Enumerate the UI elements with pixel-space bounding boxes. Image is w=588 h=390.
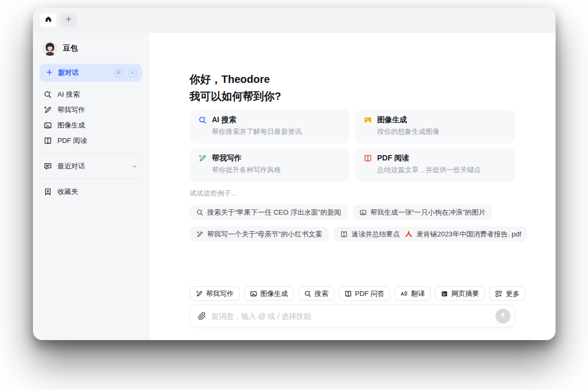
example-chip-label: 搜索关于“苹果下一任 CEO 浮出水面”的新闻 [207,208,341,217]
skill-web-summary[interactable]: 网页摘要 [435,286,485,301]
sidebar-item-label: AI 搜索 [57,90,80,99]
skill-label: 图像生成 [261,289,288,299]
search-icon [198,116,207,124]
girl-avatar [43,41,57,56]
card-header: PDF 阅读 [364,154,507,163]
skill-label: 更多 [506,289,519,299]
example-chip-label: 帮我写一个关于“母亲节”的小红书文案 [207,230,323,239]
chat-icon [44,162,52,171]
skill-more[interactable]: 更多 [489,286,525,301]
example-chip-label: 帮我生成一张“一只小狗在冲浪”的图片 [371,208,486,217]
main-area: 你好，Theodore 我可以如何帮到你? AI 搜索 帮你搜索并了解每日最新资… [149,33,556,340]
card-subtitle: 按你的想象生成图像 [377,127,507,137]
image-icon [44,121,52,130]
card-title: AI 搜索 [212,115,237,125]
feature-cards: AI 搜索 帮你搜索并了解每日最新资讯 图像生成 按你的想象生成图像 [190,109,515,182]
search-icon [304,290,312,298]
webpage-icon [441,290,448,298]
card-header: 图像生成 [364,115,507,125]
skill-search[interactable]: 搜索 [298,286,334,301]
sidebar-item-label: 最近对话 [57,162,85,171]
book-icon [345,290,352,298]
search-icon [44,90,52,99]
pen-icon [196,290,203,298]
pen-icon [196,231,204,238]
spacer [190,242,515,286]
example-chip-label: 速读并总结要点 [351,230,400,239]
plus-icon [46,69,53,78]
card-ai-search[interactable]: AI 搜索 帮你搜索并了解每日最新资讯 [190,109,350,143]
main-content: 你好，Theodore 我可以如何帮到你? AI 搜索 帮你搜索并了解每日最新资… [190,71,515,340]
new-chat-button[interactable]: 新对话 ⌘ K [39,64,142,82]
message-input-bar [190,304,515,327]
card-pdf-read[interactable]: PDF 阅读 总结这篇文章，并提供一些关键点 [355,148,515,182]
home-icon [45,15,52,25]
sidebar-item-label: 帮我写作 [57,105,85,115]
new-chat-label: 新对话 [58,68,79,78]
skill-label: 网页摘要 [451,289,479,299]
profile[interactable]: 豆包 [39,40,142,57]
divider [40,153,141,154]
sidebar-item-pdf[interactable]: PDF 阅读 [39,133,142,148]
search-icon [196,209,204,216]
shortcut-k-key: K [129,69,137,77]
skill-pdf-qa[interactable]: PDF 问答 [339,286,391,301]
new-tab-button[interactable] [60,13,77,27]
sidebar-item-favorites[interactable]: 收藏夹 [39,184,142,199]
examples-label: 试试这些例子... [190,189,515,198]
message-input[interactable] [212,312,490,320]
card-title: 帮我写作 [212,154,242,163]
skill-image-gen[interactable]: 图像生成 [244,286,294,301]
skill-bar: 帮我写作 图像生成 搜索 [190,286,515,301]
translate-icon [400,290,408,298]
image-icon [250,290,257,298]
app-window: 豆包 新对话 ⌘ K AI 搜索 帮我 [33,7,556,340]
book-icon [364,154,372,163]
card-header: 帮我写作 [198,154,341,163]
sidebar-item-label: 图像生成 [57,121,85,130]
skill-label: 搜索 [315,289,329,299]
card-write[interactable]: 帮我写作 帮你提升各种写作风格 [190,148,350,182]
pen-icon [44,106,52,114]
send-button[interactable] [495,309,510,324]
tab-bar [33,7,556,33]
arrow-up-icon [499,311,507,321]
image-icon [359,209,367,216]
example-chip-file-name: 麦肯锡2023年中国消费者报告. pdf [416,230,521,239]
skill-write[interactable]: 帮我写作 [190,286,240,301]
sidebar-item-write[interactable]: 帮我写作 [39,102,142,117]
greeting-line-2: 我可以如何帮到你? [190,88,515,105]
example-chip-generate-image[interactable]: 帮我生成一张“一只小狗在冲浪”的图片 [353,205,492,220]
book-icon [44,137,52,145]
sidebar-item-ai-search[interactable]: AI 搜索 [39,87,142,102]
card-title: 图像生成 [377,115,407,125]
card-subtitle: 帮你搜索并了解每日最新资讯 [212,127,341,137]
book-icon [340,231,348,238]
image-icon [364,116,372,124]
example-chip-search-news[interactable]: 搜索关于“苹果下一任 CEO 浮出水面”的新闻 [190,205,348,220]
skill-translate[interactable]: 翻译 [394,286,431,301]
card-header: AI 搜索 [198,115,341,125]
example-chip-write-copy[interactable]: 帮我写一个关于“母亲节”的小红书文案 [190,226,329,242]
divider [40,179,141,179]
sidebar-item-recent-chats[interactable]: 最近对话 [39,158,142,174]
card-title: PDF 阅读 [377,154,409,163]
plus-icon [65,15,72,25]
profile-name: 豆包 [63,44,78,53]
bookmark-icon [44,188,52,196]
sidebar: 豆包 新对话 ⌘ K AI 搜索 帮我 [33,33,149,340]
card-image-gen[interactable]: 图像生成 按你的想象生成图像 [355,109,515,143]
shortcut-cmd-key: ⌘ [114,69,122,77]
sidebar-item-label: 收藏夹 [57,187,78,197]
example-chip-row-2: 帮我写一个关于“母亲节”的小红书文案 速读并总结要点 麦肯锡2023年中国消费者… [190,226,515,242]
skill-label: PDF 问答 [355,289,385,299]
more-grid-icon [495,290,502,298]
skill-label: 翻译 [411,289,425,299]
tab-home[interactable] [40,13,56,27]
paperclip-icon[interactable] [198,312,206,320]
chevron-down-icon [131,163,138,169]
card-subtitle: 帮你提升各种写作风格 [212,165,341,175]
sidebar-item-image-gen[interactable]: 图像生成 [39,117,142,133]
skill-label: 帮我写作 [206,289,234,299]
example-chip-summarize-pdf[interactable]: 速读并总结要点 麦肯锡2023年中国消费者报告. pdf [334,226,527,242]
